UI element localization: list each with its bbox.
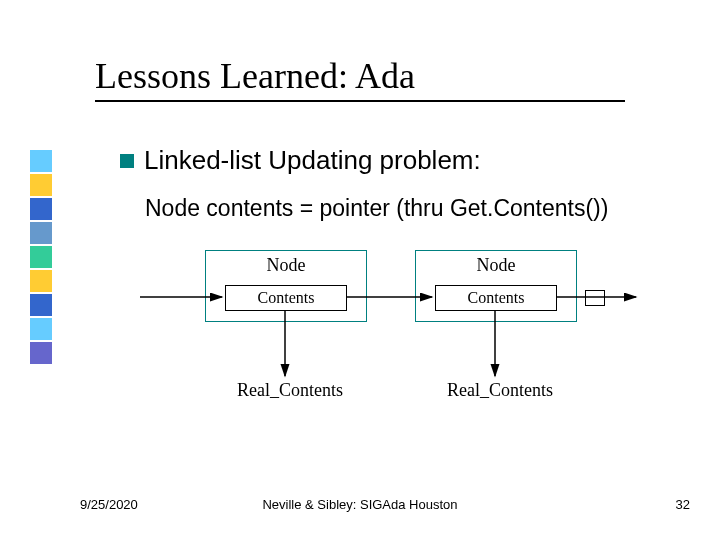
contents-box-1: Contents [225, 285, 347, 311]
footer-center: Neville & Sibley: SIGAda Houston [0, 497, 720, 512]
node-label-1: Node [206, 251, 366, 276]
real-contents-label-1: Real_Contents [210, 380, 370, 401]
linked-list-diagram: Node Contents Node Contents Real_Content… [0, 0, 720, 540]
footer-page-number: 32 [676, 497, 690, 512]
small-box [585, 290, 605, 306]
real-contents-label-2: Real_Contents [420, 380, 580, 401]
contents-box-2: Contents [435, 285, 557, 311]
node-label-2: Node [416, 251, 576, 276]
